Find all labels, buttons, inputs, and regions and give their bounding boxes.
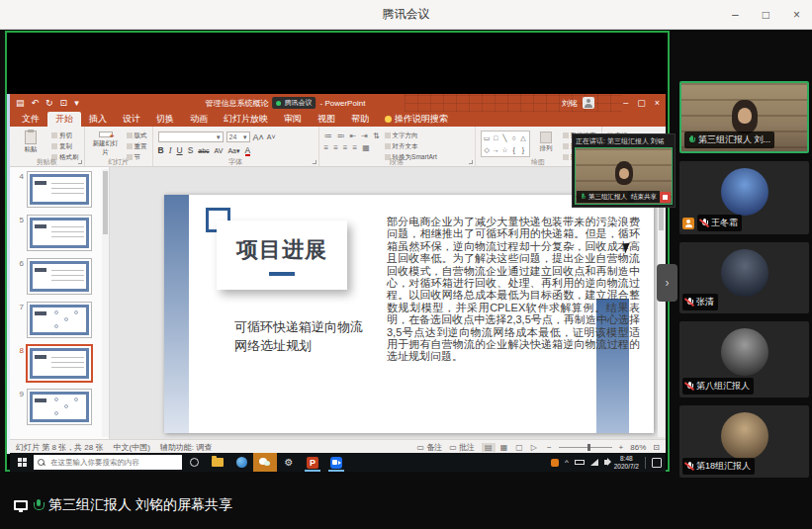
font-name-select[interactable]: ▾ (158, 132, 224, 142)
participant-tile-2[interactable]: 王冬霜 (679, 161, 809, 234)
paste-button[interactable]: 粘贴 (15, 130, 46, 157)
alignment-icons[interactable]: ≡≡≡≡▦ (324, 143, 380, 152)
shape-icon-7[interactable]: → (492, 145, 499, 154)
zoom-in-button[interactable]: + (619, 443, 624, 452)
underline-button[interactable]: U (176, 145, 182, 155)
normal-view-button[interactable]: ▤ (482, 443, 496, 452)
slide-thumbnail-4[interactable] (27, 171, 92, 208)
search-input[interactable] (48, 457, 178, 468)
notes-button[interactable]: ▭ 备注 (417, 442, 443, 453)
grow-font-icon[interactable]: A˄ (253, 132, 264, 142)
ppt-close-button[interactable]: × (655, 98, 660, 108)
shape-icon-4[interactable]: ○ (510, 133, 518, 142)
shadow-button[interactable]: S (188, 145, 194, 155)
ppt-tab-6[interactable]: 动画 (182, 112, 216, 127)
shape-icon-6[interactable]: ◇ (483, 145, 491, 154)
font-color-button[interactable]: A (245, 146, 251, 156)
slideshow-view-button[interactable]: ▷ (528, 443, 540, 452)
slide-subtitle[interactable]: 可循环快递箱逆向物流网络选址规划 (234, 318, 373, 356)
ppt-tab-5[interactable]: 切换 (148, 112, 182, 127)
italic-button[interactable]: I (169, 145, 172, 155)
powerpoint-taskbar-button[interactable]: P (301, 453, 324, 472)
clipboard-item-2[interactable]: 复制 (51, 142, 79, 151)
redo-icon[interactable]: ↻ (45, 98, 53, 108)
taskbar-clock[interactable]: 8:482020/7/2 (614, 455, 639, 470)
user-avatar-icon[interactable] (583, 97, 594, 109)
language-indicator[interactable]: 中文(中国) (113, 442, 149, 453)
reading-view-button[interactable]: ▢ (512, 443, 526, 452)
zoom-out-button[interactable]: − (547, 443, 552, 452)
shape-icon-1[interactable]: ▭ (483, 133, 491, 142)
participant-tile-3[interactable]: 张清 (679, 242, 809, 313)
ppt-tab-8[interactable]: 审阅 (276, 112, 310, 127)
file-explorer-button[interactable] (206, 453, 229, 472)
slide-thumbnail-8[interactable] (27, 345, 92, 382)
participant-tile-5[interactable]: 第18组汇报人 (679, 405, 809, 478)
fit-slide-button[interactable]: ⊡ (653, 443, 660, 452)
comments-button[interactable]: ▭ 批注 (449, 442, 475, 453)
wechat-button[interactable] (253, 453, 277, 472)
ppt-restore-button[interactable]: ▢ (637, 98, 646, 108)
font-size-select[interactable]: 24▾ (226, 132, 250, 142)
strikethrough-button[interactable]: abc (198, 147, 209, 154)
save-icon[interactable]: ▤ (16, 98, 25, 108)
ppt-tab-9[interactable]: 视图 (310, 112, 343, 127)
ppt-minimize-button[interactable]: – (623, 98, 628, 108)
accessibility-indicator[interactable]: 辅助功能: 调查 (160, 442, 212, 453)
undo-icon[interactable]: ↶ (32, 98, 40, 108)
meeting-taskbar-button[interactable] (324, 453, 348, 472)
slide-thumbnail-5[interactable] (27, 215, 92, 251)
ppt-tab-search[interactable]: 操作说明搜索 (377, 112, 456, 127)
ppt-tab-2[interactable]: 开始 (47, 112, 81, 127)
list-indent-icons[interactable]: ≔≕⇤⇥⇅ (324, 132, 380, 140)
tray-expand-icon[interactable]: ^ (565, 458, 569, 467)
wechat-tray-icon[interactable] (551, 459, 559, 467)
minimize-button[interactable]: – (732, 8, 739, 22)
settings-button[interactable]: ⚙ (277, 453, 301, 472)
cortana-button[interactable] (182, 453, 206, 472)
slide-title-card[interactable]: 项目进展 (217, 220, 347, 290)
qat-customize-icon[interactable]: ▾ (74, 98, 79, 108)
clipboard-item-1[interactable]: 剪切 (51, 132, 79, 140)
slides-item-2[interactable]: 重置 (127, 142, 147, 151)
slides-item-1[interactable]: 版式 (127, 132, 147, 140)
slide-thumbnail-9[interactable] (27, 389, 92, 425)
ppt-tab-1[interactable]: 文件 (14, 112, 47, 127)
arrange-button[interactable]: 排列 (535, 130, 558, 157)
shape-icon-2[interactable]: □ (492, 133, 499, 142)
volume-icon[interactable] (604, 460, 608, 465)
shrink-font-icon[interactable]: A˅ (267, 133, 276, 140)
ppt-tab-10[interactable]: 帮助 (343, 112, 377, 127)
thumbnail-scrollbar[interactable] (102, 169, 109, 437)
start-slideshow-icon[interactable]: ⊡ (60, 98, 68, 108)
ppt-tab-7[interactable]: 幻灯片放映 (216, 112, 276, 127)
maximize-button[interactable]: □ (763, 8, 769, 22)
network-icon[interactable] (590, 459, 598, 466)
shape-icon-9[interactable]: { (510, 145, 518, 154)
shape-icon-8[interactable]: ☆ (500, 145, 508, 154)
end-share-button[interactable] (660, 192, 671, 203)
new-slide-button[interactable]: 新建幻灯片 (90, 130, 122, 157)
zoom-level[interactable]: 86% (630, 443, 646, 452)
participant-tile-4[interactable]: 第八组汇报人 (679, 321, 809, 397)
active-speaker-popup[interactable]: 正在讲话: 第三组汇报人 刘铭 第三组汇报人 刘铭 结束共享 (572, 133, 676, 208)
action-center-icon[interactable] (652, 458, 662, 468)
slide-thumbnail-6[interactable] (27, 258, 92, 295)
dialog-launcher-icon[interactable] (469, 160, 473, 164)
ppt-tab-3[interactable]: 插入 (81, 112, 115, 127)
slide-thumbnail-7[interactable] (27, 302, 92, 338)
shape-icon-5[interactable]: △ (519, 133, 527, 142)
char-spacing-button[interactable]: AV (215, 147, 224, 154)
battery-icon[interactable] (575, 460, 585, 465)
editor-scrollbar[interactable] (658, 169, 665, 437)
collapse-sidebar-button[interactable]: › (657, 264, 677, 302)
taskbar-search[interactable] (34, 455, 182, 470)
shape-icon-3[interactable]: ╲ (500, 133, 508, 142)
bold-button[interactable]: B (158, 145, 164, 155)
browser-button[interactable] (229, 453, 253, 472)
close-button[interactable]: × (793, 8, 800, 22)
dialog-launcher-icon[interactable] (78, 160, 82, 164)
slide-body[interactable]: 部分电商企业为了减少大量快递包装带来的污染浪费问题，相继推出了可循环利用的快递箱… (387, 216, 640, 363)
slide-canvas[interactable]: 项目进展 可循环快递箱逆向物流网络选址规划 部分电商企业为了减少大量快递包装带来… (164, 195, 654, 433)
dialog-launcher-icon[interactable] (313, 160, 316, 164)
